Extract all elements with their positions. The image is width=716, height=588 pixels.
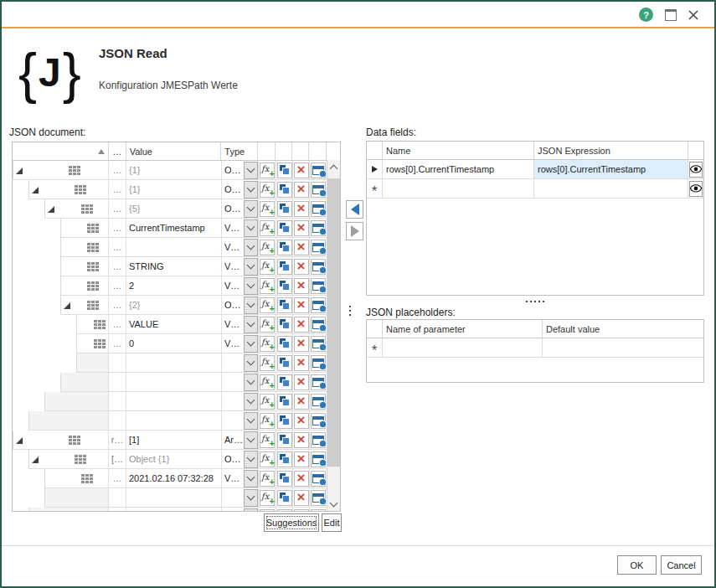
eye-button[interactable]: [689, 162, 703, 178]
move-left-button[interactable]: [346, 200, 363, 219]
delete-button[interactable]: ×: [294, 297, 309, 313]
scroll-down-icon[interactable]: [327, 497, 340, 511]
edit-button[interactable]: Edit: [322, 513, 342, 532]
formula-add-button[interactable]: ƒx+: [260, 394, 275, 410]
type-dropdown-button[interactable]: [244, 451, 258, 468]
copy-button[interactable]: [277, 220, 292, 236]
tree-row[interactable]: ƒx+×: [13, 411, 340, 431]
delete-button[interactable]: ×: [294, 278, 309, 294]
column-header-name[interactable]: Name: [383, 142, 534, 159]
formula-add-button[interactable]: ƒx+: [260, 432, 275, 448]
vertical-splitter[interactable]: [349, 306, 351, 316]
expand-collapse-icon[interactable]: [16, 168, 23, 174]
formula-add-button[interactable]: ƒx+: [260, 259, 275, 275]
copy-button[interactable]: [277, 374, 292, 390]
copy-button[interactable]: [277, 182, 292, 198]
node-value[interactable]: [126, 488, 222, 508]
window-settings-button[interactable]: [311, 394, 326, 410]
copy-button[interactable]: [277, 413, 292, 429]
type-dropdown-button[interactable]: [244, 181, 258, 199]
tree-row[interactable]: …0V…ƒx+×: [13, 334, 340, 353]
node-value[interactable]: {5}: [126, 199, 222, 219]
node-value[interactable]: [126, 411, 222, 431]
copy-button[interactable]: [277, 432, 292, 448]
window-settings-button[interactable]: [311, 336, 326, 352]
eye-button[interactable]: [689, 181, 703, 197]
formula-add-button[interactable]: ƒx+: [260, 297, 275, 313]
node-value[interactable]: {1}: [126, 180, 222, 199]
tree-row[interactable]: …{5}O…ƒx+×: [13, 199, 340, 219]
field-name-cell[interactable]: [383, 179, 534, 199]
window-settings-button[interactable]: [311, 201, 326, 217]
node-value[interactable]: [126, 238, 222, 257]
horizontal-splitter[interactable]: [526, 301, 544, 302]
column-header-parameter-name[interactable]: Name of parameter: [383, 320, 543, 338]
expand-collapse-icon[interactable]: [48, 206, 54, 213]
delete-button[interactable]: ×: [294, 240, 309, 255]
delete-button[interactable]: ×: [294, 413, 309, 429]
window-settings-button[interactable]: [311, 317, 326, 333]
delete-button[interactable]: ×: [294, 355, 309, 371]
window-settings-button[interactable]: [311, 240, 326, 255]
table-row[interactable]: *: [367, 338, 703, 358]
type-dropdown-button[interactable]: [244, 200, 258, 218]
window-settings-button[interactable]: [311, 220, 326, 236]
type-dropdown-button[interactable]: [244, 162, 258, 179]
copy-button[interactable]: [277, 201, 292, 217]
formula-add-button[interactable]: ƒx+: [260, 182, 275, 198]
delete-button[interactable]: ×: [294, 432, 309, 448]
tree-row[interactable]: …2V…ƒx+×: [13, 276, 340, 296]
formula-add-button[interactable]: ƒx+: [260, 201, 275, 217]
type-dropdown-button[interactable]: [244, 316, 258, 333]
column-header-default-value[interactable]: Default value: [543, 320, 703, 338]
copy-button[interactable]: [277, 259, 292, 275]
type-dropdown-button[interactable]: [244, 374, 258, 391]
scrollbar-thumb[interactable]: [327, 178, 340, 467]
delete-button[interactable]: ×: [294, 201, 309, 217]
delete-button[interactable]: ×: [294, 317, 309, 333]
node-value[interactable]: 0: [126, 334, 222, 353]
maximize-icon[interactable]: [663, 8, 677, 22]
type-dropdown-button[interactable]: [244, 412, 258, 430]
tree-row[interactable]: […Object {1}O…ƒx+×: [13, 450, 340, 469]
formula-add-button[interactable]: ƒx+: [260, 355, 275, 371]
type-dropdown-button[interactable]: [244, 239, 258, 256]
tree-row[interactable]: ƒx+×: [13, 392, 340, 411]
tree-row[interactable]: …2021.02.16 07:32:28V…ƒx+×: [13, 469, 340, 488]
window-settings-button[interactable]: [311, 374, 326, 390]
type-dropdown-button[interactable]: [244, 508, 258, 513]
field-name-cell[interactable]: rows[0].CurrentTimestamp: [383, 160, 534, 179]
window-settings-button[interactable]: [311, 162, 326, 178]
node-value[interactable]: 2021.02.16 07:32:28: [126, 469, 222, 488]
window-settings-button[interactable]: [311, 509, 326, 513]
type-dropdown-button[interactable]: [244, 393, 258, 410]
suggestions-button[interactable]: Suggestions: [264, 513, 319, 532]
copy-button[interactable]: [277, 240, 292, 255]
formula-add-button[interactable]: ƒx+: [260, 336, 275, 352]
window-settings-button[interactable]: [311, 278, 326, 294]
window-settings-button[interactable]: [311, 471, 326, 487]
window-settings-button[interactable]: [311, 355, 326, 371]
column-header-value[interactable]: Value: [126, 142, 222, 160]
column-header-json-expression[interactable]: JSON Expression: [534, 142, 688, 159]
type-dropdown-button[interactable]: [244, 335, 258, 353]
window-settings-button[interactable]: [311, 297, 326, 313]
type-dropdown-button[interactable]: [244, 431, 258, 449]
tree-row[interactable]: ƒx+×: [13, 353, 340, 373]
formula-add-button[interactable]: ƒx+: [260, 317, 275, 333]
node-value[interactable]: [126, 508, 222, 512]
delete-button[interactable]: ×: [294, 162, 309, 178]
node-value[interactable]: [126, 353, 222, 373]
delete-button[interactable]: ×: [294, 259, 309, 275]
delete-button[interactable]: ×: [294, 182, 309, 198]
default-value-cell[interactable]: [543, 338, 703, 358]
type-dropdown-button[interactable]: [244, 277, 258, 295]
delete-button[interactable]: ×: [294, 490, 309, 506]
formula-add-button[interactable]: ƒx+: [260, 413, 275, 429]
node-value[interactable]: CurrentTimestamp: [126, 219, 222, 238]
expand-collapse-icon[interactable]: [16, 437, 23, 444]
copy-button[interactable]: [277, 394, 292, 410]
delete-button[interactable]: ×: [294, 336, 309, 352]
window-settings-button[interactable]: [311, 490, 326, 506]
tree-row[interactable]: …{1}O…ƒx+×: [13, 161, 340, 180]
